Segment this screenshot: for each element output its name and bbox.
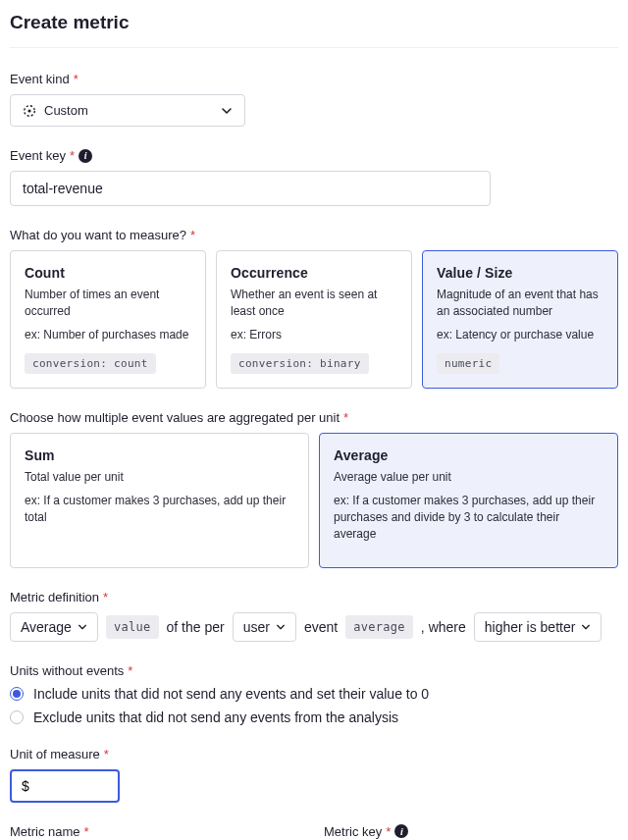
- unit-of-measure-label: Unit of measure *: [10, 747, 618, 761]
- svg-point-1: [27, 109, 30, 112]
- card-tag: conversion: binary: [231, 353, 369, 374]
- definition-agg-select[interactable]: Average: [10, 612, 98, 642]
- metric-definition-row: Average value of the per user event aver…: [10, 612, 618, 642]
- unit-of-measure-input[interactable]: [10, 769, 120, 803]
- metric-definition-label: Metric definition *: [10, 590, 618, 604]
- aggregate-label: Choose how multiple event values are agg…: [10, 410, 618, 425]
- event-kind-select[interactable]: Custom: [10, 94, 245, 127]
- measure-label: What do you want to measure? *: [10, 228, 618, 242]
- measure-options: Count Number of times an event occurred …: [10, 250, 618, 389]
- card-example: ex: Latency or purchase value: [437, 327, 603, 343]
- measure-option-value-size[interactable]: Value / Size Magnitude of an event that …: [422, 250, 618, 389]
- card-title: Sum: [25, 447, 294, 463]
- radio-include-label: Include units that did not send any even…: [33, 686, 429, 702]
- card-sub: Total value per unit: [25, 469, 294, 486]
- radio-exclude[interactable]: [10, 710, 24, 724]
- definition-avg-token: average: [345, 615, 413, 639]
- definition-text: , where: [421, 619, 466, 635]
- aggregate-options: Sum Total value per unit ex: If a custom…: [10, 433, 618, 568]
- chevron-down-icon: [276, 622, 286, 632]
- card-sub: Average value per unit: [334, 469, 603, 486]
- card-example: ex: If a customer makes 3 purchases, add…: [334, 493, 603, 544]
- card-tag: conversion: count: [25, 353, 156, 374]
- info-icon[interactable]: i: [394, 824, 408, 838]
- card-sub: Number of times an event occurred: [25, 287, 191, 321]
- event-kind-value: Custom: [44, 103, 221, 118]
- event-key-label: Event key * i: [10, 148, 618, 163]
- aggregate-option-sum[interactable]: Sum Total value per unit ex: If a custom…: [10, 433, 309, 568]
- card-title: Average: [334, 447, 603, 463]
- card-example: ex: Errors: [231, 327, 397, 343]
- card-example: ex: Number of purchases made: [25, 327, 191, 343]
- chevron-down-icon: [78, 622, 87, 632]
- definition-direction-select[interactable]: higher is better: [474, 612, 602, 642]
- definition-text: event: [304, 619, 338, 635]
- radio-include[interactable]: [10, 687, 24, 701]
- aggregate-option-average[interactable]: Average Average value per unit ex: If a …: [319, 433, 618, 568]
- metric-name-label: Metric name *: [10, 824, 304, 839]
- custom-icon: [23, 104, 36, 118]
- measure-option-count[interactable]: Count Number of times an event occurred …: [10, 250, 206, 389]
- card-title: Count: [25, 265, 191, 281]
- card-sub: Magnitude of an event that has an associ…: [437, 287, 603, 321]
- card-title: Occurrence: [231, 265, 397, 281]
- event-kind-label: Event kind *: [10, 72, 618, 86]
- event-key-input[interactable]: [10, 171, 491, 206]
- chevron-down-icon: [221, 105, 233, 117]
- info-icon[interactable]: i: [78, 149, 92, 163]
- card-title: Value / Size: [437, 265, 603, 281]
- card-tag: numeric: [437, 353, 499, 374]
- definition-value-token: value: [106, 615, 159, 639]
- units-without-label: Units without events *: [10, 663, 618, 678]
- card-example: ex: If a customer makes 3 purchases, add…: [25, 493, 294, 527]
- measure-option-occurrence[interactable]: Occurrence Whether an event is seen at l…: [216, 250, 412, 389]
- definition-text: of the per: [167, 619, 225, 635]
- radio-exclude-label: Exclude units that did not send any even…: [33, 709, 398, 725]
- page-title: Create metric: [10, 12, 618, 48]
- chevron-down-icon: [581, 622, 591, 632]
- card-sub: Whether an event is seen at least once: [231, 287, 397, 321]
- metric-key-label: Metric key * i: [324, 824, 618, 839]
- definition-unit-select[interactable]: user: [233, 612, 296, 642]
